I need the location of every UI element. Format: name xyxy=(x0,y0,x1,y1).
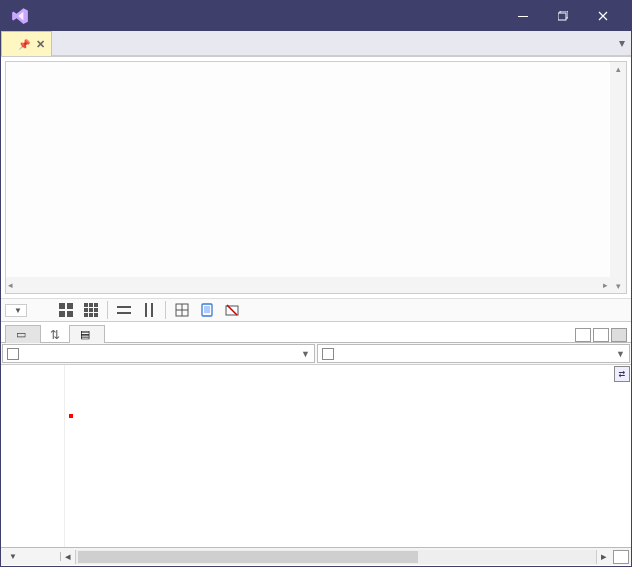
pane-layout-buttons xyxy=(575,328,631,342)
svg-rect-13 xyxy=(84,313,88,317)
effects-button[interactable] xyxy=(30,300,52,320)
split-editor-button[interactable] xyxy=(613,550,629,564)
pin-icon[interactable]: 📌 xyxy=(18,39,30,50)
svg-rect-4 xyxy=(67,303,73,309)
svg-rect-5 xyxy=(59,311,65,317)
minimize-button[interactable] xyxy=(503,1,543,31)
window-type-icon xyxy=(7,348,19,360)
scope-member-combo[interactable]: ▼ xyxy=(317,344,630,363)
design-hscroll[interactable]: ◂▸ xyxy=(6,277,610,293)
toolbar-separator xyxy=(107,301,108,319)
tab-close-icon[interactable]: ✕ xyxy=(36,38,45,51)
split-vertical-button[interactable] xyxy=(575,328,591,342)
sync-views-icon[interactable]: ⇄ xyxy=(614,366,630,382)
close-button[interactable] xyxy=(583,1,623,31)
svg-rect-0 xyxy=(518,16,528,17)
vs-logo-icon xyxy=(9,7,31,25)
annotation-highlight xyxy=(69,414,73,418)
designer-xaml-tabs: ▭ ⇅ ▤ xyxy=(1,322,631,343)
code-body[interactable]: ⇄ xyxy=(65,365,631,547)
design-vscroll[interactable]: ▴▾ xyxy=(610,62,626,293)
chevron-down-icon: ▼ xyxy=(14,306,22,315)
grid4-icon[interactable] xyxy=(55,300,77,320)
svg-rect-15 xyxy=(94,313,98,317)
hscroll-left[interactable]: ◂ xyxy=(61,550,75,563)
editor-bottom-bar: ▼ ◂ ▸ xyxy=(1,547,631,565)
snap-vertical-icon[interactable] xyxy=(138,300,160,320)
tab-design[interactable]: ▭ xyxy=(5,325,41,343)
svg-rect-12 xyxy=(94,308,98,312)
document-tab[interactable]: 📌 ✕ xyxy=(1,31,52,56)
chevron-down-icon: ▼ xyxy=(301,349,310,359)
scope-bar: ▼ ▼ xyxy=(1,343,631,365)
swap-panes-icon[interactable]: ⇅ xyxy=(47,328,63,342)
collapse-pane-button[interactable] xyxy=(611,328,627,342)
svg-rect-17 xyxy=(117,312,131,314)
device-preview-icon[interactable] xyxy=(196,300,218,320)
svg-rect-2 xyxy=(558,13,566,20)
design-icon: ▭ xyxy=(16,328,26,341)
grid9-icon[interactable] xyxy=(80,300,102,320)
document-tab-bar: 📌 ✕ ▾ xyxy=(1,31,631,57)
svg-rect-8 xyxy=(89,303,93,307)
svg-rect-22 xyxy=(204,306,210,313)
svg-rect-3 xyxy=(59,303,65,309)
xaml-icon: ▤ xyxy=(80,328,90,341)
chevron-down-icon: ▼ xyxy=(9,552,17,561)
designer-toolbar: ▼ xyxy=(1,298,631,322)
title-bar xyxy=(1,1,631,31)
zoom-combo[interactable]: ▼ xyxy=(5,304,27,317)
svg-rect-16 xyxy=(117,306,131,308)
svg-rect-11 xyxy=(89,308,93,312)
line-number-gutter xyxy=(1,365,65,547)
svg-rect-18 xyxy=(145,303,147,317)
hscroll-track[interactable] xyxy=(75,550,597,564)
design-surface[interactable]: ▴▾ ◂▸ xyxy=(5,61,627,294)
svg-rect-14 xyxy=(89,313,93,317)
svg-rect-9 xyxy=(94,303,98,307)
snap-toggle-icon[interactable] xyxy=(171,300,193,320)
restore-button[interactable] xyxy=(543,1,583,31)
svg-rect-6 xyxy=(67,311,73,317)
editor-zoom-combo[interactable]: ▼ xyxy=(1,552,61,561)
svg-rect-10 xyxy=(84,308,88,312)
toolbar-separator xyxy=(165,301,166,319)
tab-overflow[interactable]: ▾ xyxy=(52,31,631,56)
window-type-icon xyxy=(322,348,334,360)
chevron-down-icon: ▼ xyxy=(616,349,625,359)
snap-horizontal-icon[interactable] xyxy=(113,300,135,320)
svg-rect-19 xyxy=(151,303,153,317)
scope-type-combo[interactable]: ▼ xyxy=(2,344,315,363)
tab-xaml[interactable]: ▤ xyxy=(69,325,105,343)
hscroll-thumb[interactable] xyxy=(78,551,418,563)
svg-rect-7 xyxy=(84,303,88,307)
disable-code-icon[interactable] xyxy=(221,300,243,320)
xaml-editor[interactable]: ⇄ xyxy=(1,365,631,547)
hscroll-right[interactable]: ▸ xyxy=(597,550,611,563)
split-horizontal-button[interactable] xyxy=(593,328,609,342)
